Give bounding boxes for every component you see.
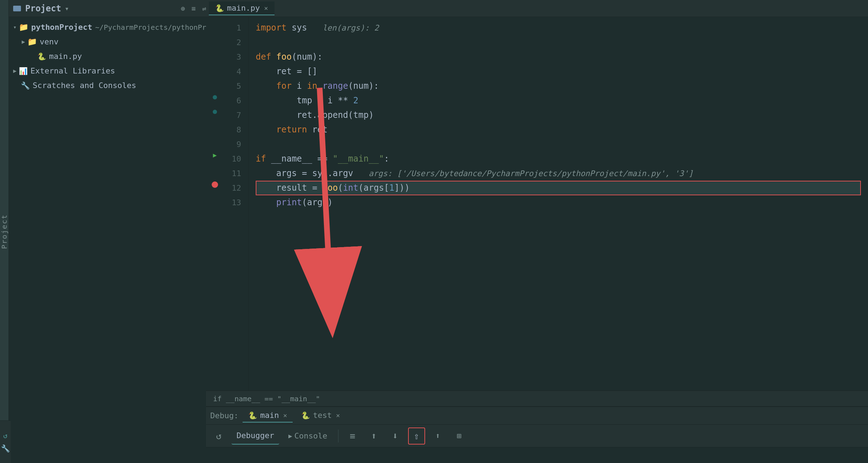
project-folder-icon bbox=[13, 6, 21, 11]
tab-filename: main.py bbox=[227, 4, 260, 12]
main-py-label: main.py bbox=[49, 50, 82, 62]
code-content[interactable]: import sys len(args): 2 def foo(num): re… bbox=[249, 17, 868, 391]
gutter-line-9 bbox=[206, 134, 224, 148]
main-area: 🐍 main.py ✕ bbox=[206, 0, 868, 463]
debug-grid-btn[interactable]: ⊞ bbox=[451, 427, 468, 445]
debug-step-btn5[interactable]: ⬆ bbox=[429, 427, 446, 445]
code-line-11: args = sys.argv args: ['/Users/bytedance… bbox=[256, 166, 861, 181]
toolbar-icon-globe[interactable]: ⊕ bbox=[181, 4, 185, 13]
tab-close-btn[interactable]: ✕ bbox=[264, 4, 268, 12]
debugger-tab-btn[interactable]: Debugger bbox=[232, 427, 279, 445]
venv-label: venv bbox=[40, 36, 59, 48]
project-dropdown[interactable]: Project ▾ bbox=[13, 4, 69, 13]
gutter-line-7 bbox=[206, 104, 224, 119]
toolbar-separator-1 bbox=[338, 430, 338, 442]
debug-tab-test[interactable]: 🐍 test ✕ bbox=[295, 409, 346, 423]
ext-libs-icon: 📊 bbox=[19, 66, 28, 76]
gutter: ▶ bbox=[206, 17, 224, 391]
tab-py-icon: 🐍 bbox=[215, 4, 224, 12]
code-line-4: ret = [] bbox=[256, 64, 861, 79]
gutter-line-12 bbox=[206, 177, 224, 192]
root-arrow: ▾ bbox=[13, 23, 17, 32]
bottom-tool-1[interactable]: ↺ bbox=[3, 431, 7, 440]
debug-toolbar: ↺ Debugger ▶ Console ≡ ⬆ ⬇ ⇧ ⬆ ⊞ bbox=[206, 425, 868, 447]
gutter-line-11 bbox=[206, 163, 224, 177]
line-numbers: 1 2 3 4 5 6 7 8 9 10 11 12 13 bbox=[224, 17, 249, 391]
tree-item-venv[interactable]: ▶ 📁 venv bbox=[9, 34, 232, 49]
ext-libs-arrow: ▶ bbox=[13, 67, 17, 75]
code-line-2 bbox=[256, 35, 861, 50]
main-py-icon: 🐍 bbox=[37, 51, 46, 62]
gutter-line-2 bbox=[206, 32, 224, 46]
gutter-line-1 bbox=[206, 17, 224, 32]
tree-item-ext-libs[interactable]: ▶ 📊 External Libraries bbox=[9, 64, 232, 78]
debug-tab-main[interactable]: 🐍 main ✕ bbox=[243, 409, 293, 423]
debug-label: Debug: bbox=[210, 411, 238, 420]
line-num-4: 4 bbox=[224, 64, 244, 79]
scratches-label: Scratches and Consoles bbox=[33, 80, 136, 91]
debug-tab-main-close[interactable]: ✕ bbox=[283, 412, 287, 419]
breadcrumb-bar: if __name__ == "__main__" bbox=[206, 391, 868, 406]
console-tab-btn[interactable]: ▶ Console bbox=[283, 427, 332, 445]
run-gutter-icon[interactable]: ▶ bbox=[213, 150, 217, 160]
project-name: Project bbox=[25, 4, 61, 13]
line-num-6: 6 bbox=[224, 93, 244, 108]
line-num-5: 5 bbox=[224, 79, 244, 93]
root-folder-icon: 📁 bbox=[19, 21, 28, 33]
line-num-11: 11 bbox=[224, 166, 244, 181]
bottom-tool-2[interactable]: 🔧 bbox=[1, 444, 10, 453]
line-num-9: 9 bbox=[224, 137, 244, 152]
console-label: Console bbox=[294, 431, 327, 440]
code-line-12: result = foo(int(args[1])) bbox=[256, 181, 861, 195]
debug-tab-main-icon: 🐍 bbox=[248, 411, 257, 420]
root-label: pythonProject bbox=[31, 21, 92, 33]
gutter-dot-6 bbox=[213, 95, 217, 99]
debug-step-down-btn[interactable]: ⬇ bbox=[387, 427, 404, 445]
code-editor: ▶ 1 2 3 4 5 6 7 8 9 bbox=[206, 17, 868, 391]
ext-libs-label: External Libraries bbox=[31, 65, 115, 77]
debug-tab-main-label: main bbox=[260, 411, 279, 420]
breadcrumb-text: if __name__ == "__main__" bbox=[213, 394, 320, 403]
project-tab[interactable]: Project bbox=[0, 0, 9, 463]
line-num-10: 10 bbox=[224, 152, 244, 166]
line-num-2: 2 bbox=[224, 35, 244, 50]
debug-step-btn1[interactable]: ≡ bbox=[344, 427, 361, 445]
gutter-line-4 bbox=[206, 61, 224, 75]
venv-arrow: ▶ bbox=[22, 38, 25, 46]
debug-highlighted-btn[interactable]: ⇧ bbox=[408, 427, 425, 445]
tree-item-main-py[interactable]: 🐍 main.py bbox=[9, 49, 232, 64]
line-num-1: 1 bbox=[224, 21, 244, 35]
project-tree: ▾ 📁 pythonProject ~/PycharmProjects/pyth… bbox=[9, 17, 232, 463]
sidebar-content: Project ▾ ⊕ ≡ ⇌ ⚙ — ▾ 📁 pythonProject ~/… bbox=[9, 0, 232, 463]
editor-area[interactable]: ▶ 1 2 3 4 5 6 7 8 9 bbox=[206, 17, 868, 406]
debug-tab-test-close[interactable]: ✕ bbox=[336, 412, 340, 419]
code-line-3: def foo(num): bbox=[256, 50, 861, 64]
line-num-3: 3 bbox=[224, 50, 244, 64]
debug-tab-test-icon: 🐍 bbox=[301, 411, 310, 420]
code-line-10: if __name__ == "__main__": bbox=[256, 152, 861, 166]
code-line-7: ret.append(tmp) bbox=[256, 108, 861, 122]
gutter-line-10: ▶ bbox=[206, 148, 224, 163]
debug-rerun-btn[interactable]: ↺ bbox=[210, 427, 227, 445]
code-line-9 bbox=[256, 137, 861, 152]
sidebar-panel: Project Project ▾ ⊕ ≡ ⇌ ⚙ — ▾ 📁 pyth bbox=[0, 0, 206, 463]
tab-main-py[interactable]: 🐍 main.py ✕ bbox=[209, 1, 275, 15]
venv-folder-icon: 📁 bbox=[27, 36, 37, 48]
scratches-icon: 🔧 bbox=[21, 80, 30, 91]
debug-panel: Debug: 🐍 main ✕ 🐍 test ✕ ↺ Debugger ▶ bbox=[206, 406, 868, 463]
console-icon: ▶ bbox=[288, 432, 292, 440]
debug-step-up-btn[interactable]: ⬆ bbox=[365, 427, 383, 445]
gutter-line-5 bbox=[206, 75, 224, 90]
tree-item-root[interactable]: ▾ 📁 pythonProject ~/PycharmProjects/pyth… bbox=[9, 20, 232, 34]
code-line-8: return ret bbox=[256, 122, 861, 137]
tree-item-scratches[interactable]: 🔧 Scratches and Consoles bbox=[9, 78, 232, 93]
toolbar-icon-list[interactable]: ≡ bbox=[191, 4, 196, 13]
debug-tab-test-label: test bbox=[313, 411, 332, 420]
line-num-7: 7 bbox=[224, 108, 244, 122]
code-line-5: for i in range(num): bbox=[256, 79, 861, 93]
line-num-12: 12 bbox=[224, 181, 244, 195]
code-line-13: print(args) bbox=[256, 195, 861, 210]
project-dropdown-arrow: ▾ bbox=[65, 4, 69, 13]
breakpoint-dot-12 bbox=[212, 181, 218, 188]
gutter-line-13 bbox=[206, 192, 224, 206]
